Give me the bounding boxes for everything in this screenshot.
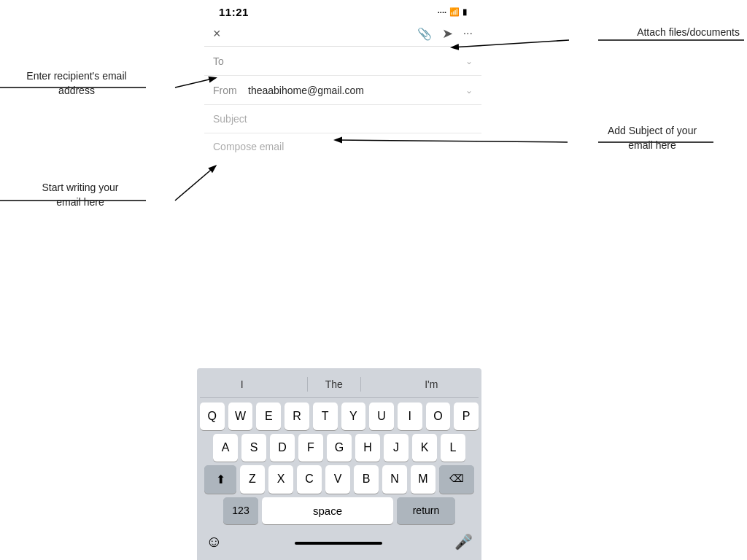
keyboard-row-2: A S D F G H J K L (200, 434, 479, 462)
key-q[interactable]: Q (200, 402, 225, 430)
key-g[interactable]: G (327, 434, 352, 462)
key-f[interactable]: F (298, 434, 323, 462)
key-a[interactable]: A (213, 434, 238, 462)
email-compose-header: × 📎 ➤ ··· (204, 21, 481, 47)
to-field[interactable]: To ⌄ (204, 47, 481, 76)
send-icon[interactable]: ➤ (442, 26, 453, 42)
key-y[interactable]: Y (341, 402, 366, 430)
emoji-key[interactable]: ☺ (206, 532, 222, 551)
key-z[interactable]: Z (240, 465, 265, 494)
key-p[interactable]: P (454, 402, 479, 430)
home-indicator (295, 542, 382, 545)
phone-frame: 11:21 ···· 📶 ▮ × 📎 ➤ ··· To ⌄ From theaa… (204, 0, 481, 160)
key-k[interactable]: K (412, 434, 437, 462)
attach-annotation-text: Attach files/documents (637, 26, 740, 38)
key-n[interactable]: N (382, 465, 407, 494)
key-w[interactable]: W (228, 402, 253, 430)
numbers-key[interactable]: 123 (223, 497, 258, 524)
key-m[interactable]: M (411, 465, 436, 494)
subject-annotation-text: Add Subject of youremail here (608, 125, 697, 151)
keyboard-bottom-row: ☺ 🎤 (200, 528, 479, 557)
annotation-recipient: Enter recipient's emailaddress (15, 69, 139, 98)
key-r[interactable]: R (285, 402, 309, 430)
key-e[interactable]: E (256, 402, 281, 430)
key-v[interactable]: V (325, 465, 350, 494)
svg-line-3 (175, 166, 215, 201)
key-b[interactable]: B (354, 465, 379, 494)
compose-area[interactable]: Compose email (204, 133, 481, 160)
from-chevron-icon: ⌄ (465, 85, 473, 96)
header-actions: 📎 ➤ ··· (417, 26, 473, 42)
key-o[interactable]: O (426, 402, 451, 430)
suggestion-the[interactable]: The (307, 377, 361, 392)
key-x[interactable]: X (268, 465, 293, 494)
annotation-attach: Attach files/documents (637, 26, 740, 40)
backspace-key[interactable]: ⌫ (439, 465, 474, 494)
key-t[interactable]: T (313, 402, 338, 430)
key-c[interactable]: C (297, 465, 322, 494)
key-d[interactable]: D (270, 434, 295, 462)
from-email: theaabihome@gmail.com (248, 85, 465, 96)
key-l[interactable]: L (441, 434, 465, 462)
compose-annotation-text: Start writing youremail here (42, 182, 118, 208)
more-options-icon[interactable]: ··· (463, 27, 473, 40)
keyboard-row-4: 123 space return (200, 497, 479, 524)
status-icons: ···· 📶 ▮ (438, 7, 467, 17)
keyboard-row-1: Q W E R T Y U I O P (200, 402, 479, 430)
annotation-compose: Start writing youremail here (22, 181, 139, 209)
from-field[interactable]: From theaabihome@gmail.com ⌄ (204, 76, 481, 105)
battery-icon: ▮ (462, 7, 467, 17)
signal-icon: ···· (438, 8, 446, 17)
mic-key[interactable]: 🎤 (454, 533, 473, 551)
key-u[interactable]: U (369, 402, 394, 430)
return-key[interactable]: return (397, 497, 455, 524)
compose-placeholder: Compose email (213, 141, 284, 152)
suggestion-i[interactable]: I (235, 377, 249, 392)
key-i[interactable]: I (398, 402, 422, 430)
keyboard-suggestions: I The I'm (200, 374, 479, 398)
attach-icon[interactable]: 📎 (417, 27, 432, 41)
wifi-icon: 📶 (449, 7, 460, 17)
suggestion-im[interactable]: I'm (419, 377, 444, 392)
annotation-subject: Add Subject of youremail here (587, 124, 718, 152)
key-h[interactable]: H (355, 434, 380, 462)
to-chevron-icon: ⌄ (465, 56, 473, 66)
subject-field[interactable]: Subject (204, 105, 481, 133)
keyboard-row-3: ⬆ Z X C V B N M ⌫ (200, 465, 479, 494)
recipient-annotation-text: Enter recipient's emailaddress (26, 70, 126, 96)
key-s[interactable]: S (241, 434, 266, 462)
subject-placeholder: Subject (213, 113, 247, 125)
status-bar: 11:21 ···· 📶 ▮ (204, 0, 481, 21)
key-j[interactable]: J (384, 434, 409, 462)
keyboard: I The I'm Q W E R T Y U I O P A S D F G … (197, 368, 481, 560)
status-time: 11:21 (219, 6, 249, 18)
close-button[interactable]: × (213, 26, 221, 42)
from-label: From (213, 85, 242, 96)
space-key[interactable]: space (262, 497, 393, 524)
to-label: To (213, 55, 242, 67)
shift-key[interactable]: ⬆ (204, 465, 236, 494)
